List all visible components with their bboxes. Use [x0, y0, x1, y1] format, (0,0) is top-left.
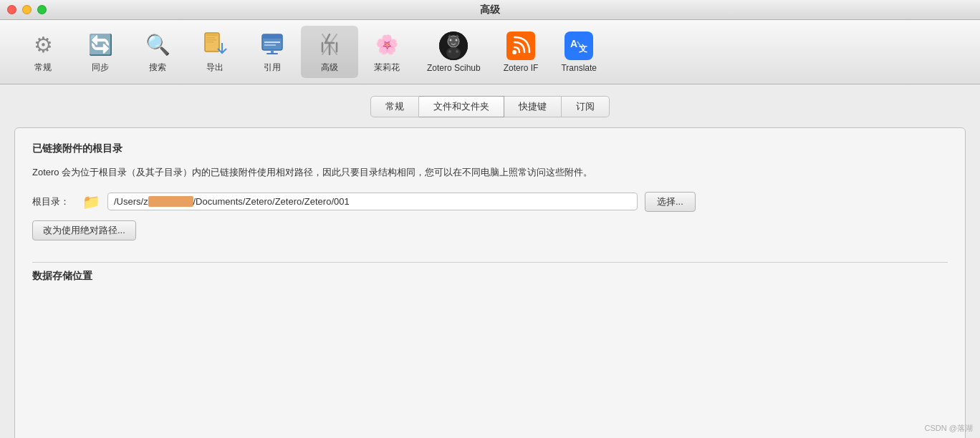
svg-rect-1 — [206, 34, 218, 36]
title-bar: 高级 — [0, 0, 980, 20]
svg-rect-3 — [206, 39, 216, 41]
toolbar-item-scihub[interactable]: Zotero Scihub — [415, 27, 492, 77]
choose-button[interactable]: 选择... — [645, 192, 696, 212]
section-divider — [32, 262, 948, 263]
cite-icon — [258, 30, 287, 59]
toolbar-label-export: 导出 — [206, 62, 224, 74]
toolbar-label-zoteroif: Zotero IF — [504, 63, 539, 73]
abs-path-button[interactable]: 改为使用绝对路径... — [32, 220, 136, 240]
close-button[interactable] — [7, 5, 16, 14]
svg-point-26 — [446, 47, 461, 59]
toolbar-label-general: 常规 — [34, 62, 52, 74]
toolbar-label-jasmine: 茉莉花 — [374, 62, 400, 74]
toolbar-item-search[interactable]: 🔍 搜索 — [129, 26, 186, 78]
toolbar-label-scihub: Zotero Scihub — [427, 63, 481, 73]
content-panel: 已链接附件的根目录 Zotero 会为位于根目录（及其子目录）内的已链接附件使用… — [14, 127, 966, 438]
toolbar-label-cite: 引用 — [264, 62, 281, 74]
svg-rect-4 — [206, 42, 213, 43]
toolbar-item-advanced[interactable]: 高级 — [301, 26, 358, 78]
svg-rect-7 — [262, 34, 282, 39]
path-prefix: /Users/z — [114, 196, 148, 207]
watermark: CSDN @落湖 — [925, 423, 973, 434]
svg-rect-8 — [264, 42, 280, 43]
scihub-icon — [439, 31, 468, 60]
toolbar-item-cite[interactable]: 引用 — [244, 26, 301, 78]
sync-icon: 🔄 — [86, 30, 115, 59]
minimize-button[interactable] — [22, 5, 32, 14]
maximize-button[interactable] — [37, 5, 47, 14]
toolbar-label-advanced: 高级 — [321, 62, 338, 74]
root-dir-row: 根目录： 📁 /Users/z●●●●●●●●/Documents/Zetero… — [32, 192, 948, 212]
translate-icon: A 文 — [565, 31, 593, 60]
window-title: 高级 — [480, 4, 500, 16]
toolbar-label-translate: Translate — [561, 63, 597, 73]
linked-section-title: 已链接附件的根目录 — [32, 142, 948, 155]
main-content: 常规 文件和文件夹 快捷键 订阅 已链接附件的根目录 Zotero 会为位于根目… — [0, 84, 980, 438]
traffic-lights — [7, 5, 47, 14]
advanced-icon — [315, 30, 344, 59]
storage-section-title: 数据存储位置 — [32, 270, 948, 283]
dir-path-box: /Users/z●●●●●●●●/Documents/Zetero/Zetero… — [107, 193, 638, 210]
toolbar-item-jasmine[interactable]: 🌸 茉莉花 — [358, 26, 415, 78]
toolbar-item-zoteroif[interactable]: Zotero IF — [492, 27, 550, 77]
linked-section-desc: Zotero 会为位于根目录（及其子目录）内的已链接附件使用相对路径，因此只要目… — [32, 165, 948, 180]
svg-point-29 — [512, 50, 517, 54]
tab-files[interactable]: 文件和文件夹 — [419, 96, 504, 117]
tab-bar: 常规 文件和文件夹 快捷键 订阅 — [14, 96, 966, 117]
toolbar-label-sync: 同步 — [92, 62, 109, 74]
toolbar-item-export[interactable]: 导出 — [186, 26, 244, 78]
search-icon: 🔍 — [143, 30, 172, 59]
toolbar: ⚙ 常规 🔄 同步 🔍 搜索 导出 — [0, 20, 980, 84]
svg-point-27 — [448, 50, 451, 53]
svg-point-23 — [456, 39, 458, 41]
folder-icon: 📁 — [82, 193, 100, 210]
path-suffix: /Documents/Zetero/Zetero/Zetero/001 — [193, 196, 350, 207]
rss-icon — [506, 31, 535, 60]
tab-subscribe[interactable]: 订阅 — [562, 96, 610, 117]
export-icon — [201, 30, 229, 59]
svg-rect-2 — [206, 37, 215, 39]
toolbar-item-translate[interactable]: A 文 Translate — [549, 27, 608, 77]
svg-rect-10 — [271, 50, 274, 53]
path-redacted: ●●●●●●●● — [148, 196, 193, 207]
svg-point-22 — [450, 39, 452, 41]
root-dir-label: 根目录： — [32, 195, 75, 208]
jasmine-icon: 🌸 — [373, 30, 401, 59]
toolbar-item-sync[interactable]: 🔄 同步 — [72, 26, 129, 78]
svg-rect-11 — [266, 53, 278, 54]
svg-text:A: A — [570, 38, 577, 49]
toolbar-item-general[interactable]: ⚙ 常规 — [14, 26, 72, 78]
svg-rect-9 — [264, 44, 276, 46]
gear-icon: ⚙ — [29, 30, 57, 59]
tab-general[interactable]: 常规 — [370, 96, 419, 117]
svg-point-28 — [456, 50, 458, 53]
toolbar-label-search: 搜索 — [149, 62, 166, 74]
tab-shortcuts[interactable]: 快捷键 — [504, 96, 562, 117]
